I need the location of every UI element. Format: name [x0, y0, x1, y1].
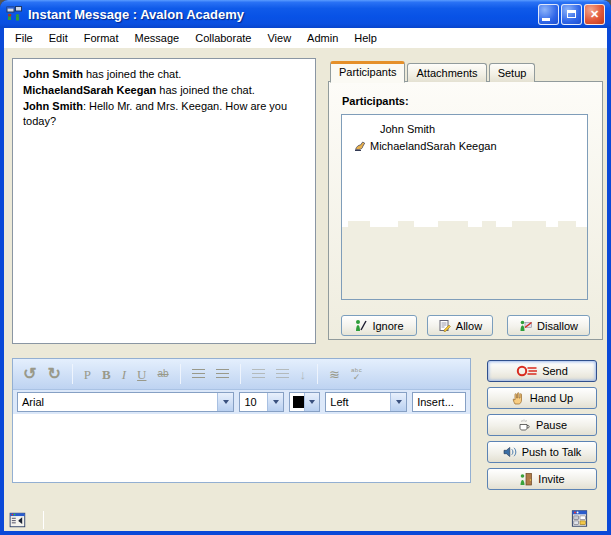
undo-icon[interactable]: ↺: [23, 366, 36, 382]
participants-panel: Participants: John Smith MichaelandSarah…: [328, 81, 603, 340]
client-area: File Edit Format Message Collaborate Vie…: [4, 28, 607, 531]
redo-icon[interactable]: ↻: [47, 366, 60, 382]
spellcheck-icon[interactable]: abc ✓: [351, 367, 362, 382]
speaker-icon: [503, 446, 517, 458]
toolbar-separator: [72, 364, 73, 384]
chevron-down-icon[interactable]: [217, 393, 233, 411]
bullet-list-icon[interactable]: [216, 369, 229, 380]
pause-button[interactable]: Pause: [487, 414, 597, 436]
italic-icon[interactable]: I: [122, 368, 126, 381]
tab-participants[interactable]: Participants: [330, 61, 405, 83]
paragraph-icon[interactable]: P: [84, 368, 91, 381]
menu-format[interactable]: Format: [76, 30, 127, 46]
underline-icon[interactable]: U: [137, 368, 146, 381]
tab-attachments[interactable]: Attachments: [407, 63, 486, 82]
coffee-cup-icon: [517, 418, 531, 432]
close-icon: ✕: [590, 9, 599, 20]
allow-note-icon: [438, 319, 451, 332]
button-label: Disallow: [537, 320, 578, 332]
chat-sender: John Smith: [23, 100, 83, 112]
list-item[interactable]: John Smith: [380, 123, 435, 135]
close-button[interactable]: ✕: [584, 4, 605, 25]
menu-file[interactable]: File: [7, 30, 41, 46]
numbered-list-icon[interactable]: [192, 369, 205, 380]
tab-setup[interactable]: Setup: [489, 63, 536, 82]
participant-name: John Smith: [380, 123, 435, 135]
disallow-button[interactable]: Disallow: [507, 315, 590, 336]
push-to-talk-button[interactable]: Push to Talk: [487, 441, 597, 463]
toolbar-separator: [180, 364, 181, 384]
font-select[interactable]: Arial: [17, 392, 234, 412]
button-label: Send: [542, 365, 568, 377]
layout-panel-icon[interactable]: [570, 509, 589, 528]
menu-view[interactable]: View: [259, 30, 299, 46]
list-item[interactable]: MichaelandSarah Keegan: [354, 140, 497, 152]
participants-list[interactable]: John Smith MichaelandSarah Keegan: [341, 114, 588, 300]
tab-strip: Participants Attachments Setup: [330, 60, 537, 82]
chat-message: John Smith: Hello Mr. and Mrs. Keegan. H…: [23, 99, 303, 129]
chat-text: has joined the chat.: [156, 84, 254, 96]
chat-message: John Smith has joined the chat.: [23, 67, 303, 82]
send-whoosh-icon: [516, 365, 537, 377]
button-label: Ignore: [372, 320, 403, 332]
align-select[interactable]: Left: [325, 392, 407, 412]
hand-raised-icon: [354, 140, 366, 152]
hand-up-button[interactable]: Hand Up: [487, 387, 597, 409]
statusbar-separator: [43, 511, 44, 529]
menu-message[interactable]: Message: [127, 30, 188, 46]
person-door-icon: [519, 472, 533, 486]
maximize-icon: [567, 10, 576, 18]
participant-name: MichaelandSarah Keegan: [370, 140, 497, 152]
chevron-down-icon[interactable]: [304, 393, 319, 411]
ignore-button[interactable]: Ignore: [341, 315, 417, 336]
button-label: Pause: [536, 419, 567, 431]
chat-text: has joined the chat.: [83, 68, 181, 80]
menu-bar: File Edit Format Message Collaborate Vie…: [4, 28, 607, 48]
participants-heading: Participants:: [342, 95, 409, 107]
maximize-button[interactable]: [561, 4, 582, 25]
invite-button[interactable]: Invite: [487, 468, 597, 490]
audio-panel-icon[interactable]: [9, 511, 27, 529]
button-label: Allow: [456, 320, 482, 332]
minimize-button[interactable]: [538, 4, 559, 25]
color-swatch: [293, 396, 304, 408]
window-controls: ✕: [538, 4, 605, 25]
message-input[interactable]: [13, 414, 470, 482]
toolbar-separator: [240, 364, 241, 384]
indent-icon[interactable]: [276, 369, 289, 380]
minimize-icon: [542, 18, 550, 21]
hand-icon: [511, 391, 525, 405]
title-bar[interactable]: Instant Message : Avalon Academy ✕: [0, 0, 611, 28]
menu-collaborate[interactable]: Collaborate: [187, 30, 259, 46]
button-label: Invite: [538, 473, 564, 485]
render-artifact: [342, 227, 587, 299]
app-window: Instant Message : Avalon Academy ✕ File …: [0, 0, 611, 535]
toolbar-separator: [317, 364, 318, 384]
insert-down-icon[interactable]: ↓: [300, 368, 307, 381]
allow-button[interactable]: Allow: [427, 315, 493, 336]
chat-sender: John Smith: [23, 68, 83, 80]
app-icon: [6, 6, 23, 22]
outdent-icon[interactable]: [252, 369, 265, 380]
bold-icon[interactable]: B: [102, 368, 111, 381]
menu-admin[interactable]: Admin: [299, 30, 346, 46]
compose-area: ↺ ↻ P B I U ab ↓ ≋ abc ✓: [12, 358, 471, 483]
freehand-icon[interactable]: ≋: [329, 368, 340, 381]
window-title: Instant Message : Avalon Academy: [28, 7, 538, 22]
chevron-down-icon[interactable]: [267, 393, 283, 411]
format-toolbar: ↺ ↻ P B I U ab ↓ ≋ abc ✓: [13, 359, 470, 390]
menu-help[interactable]: Help: [346, 30, 385, 46]
font-size-select[interactable]: 10: [239, 392, 284, 412]
chat-display[interactable]: John Smith has joined the chat. Michaela…: [12, 58, 316, 344]
button-label: Push to Talk: [522, 446, 582, 458]
insert-select[interactable]: Insert...: [412, 392, 466, 412]
format-options-row: Arial 10 Left Insert...: [13, 390, 470, 414]
ignore-person-icon: [354, 319, 367, 332]
send-button[interactable]: Send: [487, 360, 597, 382]
button-label: Hand Up: [530, 392, 573, 404]
chevron-down-icon[interactable]: [390, 393, 406, 411]
menu-edit[interactable]: Edit: [41, 30, 76, 46]
strikethrough-icon[interactable]: ab: [157, 369, 168, 379]
font-color-select[interactable]: [289, 392, 320, 412]
chat-sender: MichaelandSarah Keegan: [23, 84, 156, 96]
